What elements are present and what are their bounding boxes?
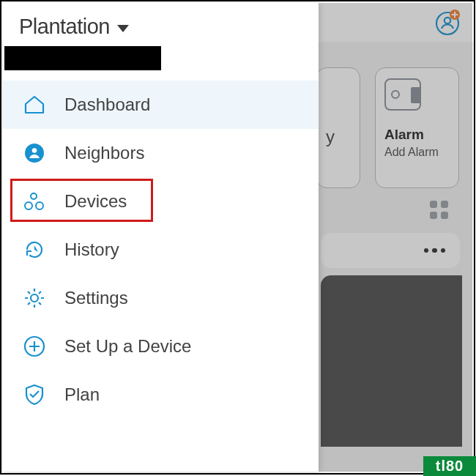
svg-point-6 xyxy=(25,202,32,209)
chevron-down-icon xyxy=(117,25,129,32)
sidebar-item-label: Plan xyxy=(64,384,100,405)
sidebar-item-label: Dashboard xyxy=(64,94,150,115)
neighbors-icon xyxy=(22,141,47,166)
sidebar-item-label: Settings xyxy=(64,288,128,308)
svg-point-5 xyxy=(31,193,37,199)
sidebar-item-label: Neighbors xyxy=(64,143,144,163)
devices-icon xyxy=(22,189,47,214)
plus-circle-icon xyxy=(22,334,47,359)
svg-point-8 xyxy=(31,294,38,302)
location-title: Plantation xyxy=(19,15,110,39)
sidebar-item-dashboard[interactable]: Dashboard xyxy=(3,81,319,129)
sidebar-item-neighbors[interactable]: Neighbors xyxy=(3,129,319,177)
sidebar-item-setup-device[interactable]: Set Up a Device xyxy=(3,322,319,371)
sidebar-item-history[interactable]: History xyxy=(3,226,319,274)
gear-icon xyxy=(22,286,47,310)
sidebar-item-label: History xyxy=(64,239,119,260)
watermark: tl80 xyxy=(423,456,476,476)
svg-point-4 xyxy=(32,148,37,153)
sidebar-item-settings[interactable]: Settings xyxy=(3,274,319,322)
home-icon xyxy=(22,92,47,117)
sidebar-item-label: Devices xyxy=(64,191,127,212)
sidebar-item-plan[interactable]: Plan xyxy=(3,371,319,419)
location-selector[interactable]: Plantation xyxy=(3,3,319,43)
sidebar-menu: Dashboard Neighbors Devices History xyxy=(3,81,319,419)
history-icon xyxy=(22,237,47,262)
svg-point-3 xyxy=(25,144,44,163)
shield-check-icon xyxy=(22,382,47,407)
redacted-address xyxy=(4,46,161,70)
side-drawer: Plantation Dashboard Neighbors xyxy=(3,3,319,472)
svg-point-7 xyxy=(36,202,43,209)
sidebar-item-label: Set Up a Device xyxy=(64,336,191,357)
app-frame: y Alarm Add Alarm Plantation xyxy=(0,0,475,475)
sidebar-item-devices[interactable]: Devices xyxy=(3,177,319,226)
